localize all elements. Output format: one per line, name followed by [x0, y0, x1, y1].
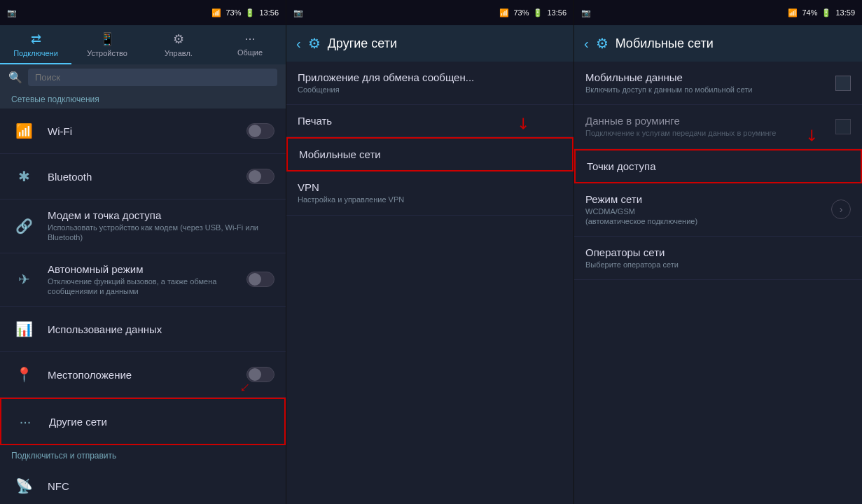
- battery-icon-3: 🔋: [821, 8, 831, 18]
- settings-item-data-usage[interactable]: 📊 Использование данных: [0, 307, 286, 352]
- airplane-toggle[interactable]: [246, 272, 274, 287]
- status-bar-2: 📷 📶 73% 🔋 13:56: [286, 0, 573, 25]
- tab-connections-label: Подключени: [13, 49, 58, 57]
- tab-device[interactable]: 📱 Устройство: [71, 25, 143, 64]
- panel-mobile-networks: 📷 📶 74% 🔋 13:59 ‹ ⚙ Мобильные сети Мобил…: [573, 0, 862, 504]
- modem-subtitle: Использовать устройство как модем (через…: [48, 223, 274, 243]
- time-3: 13:59: [835, 8, 855, 17]
- settings-item-network-mode[interactable]: Режим сети WCDMA/GSM(автоматическое подк…: [574, 183, 862, 237]
- mobile-data-title: Мобильные данные: [585, 71, 835, 83]
- tab-general-icon: ···: [244, 31, 255, 46]
- list-divider-connect: Подключиться и отправить: [0, 445, 286, 463]
- tab-device-icon: 📱: [99, 31, 115, 47]
- nfc-title: NFC: [48, 480, 274, 492]
- settings-gear-icon-2: ⚙: [308, 35, 321, 52]
- section-header-network: Сетевые подключения: [0, 90, 286, 108]
- signal-icon-2: 📶: [499, 8, 509, 18]
- signal-strength-2: 73%: [513, 8, 529, 17]
- data-roaming-title: Данные в роуминге: [585, 115, 835, 127]
- panel-connections: 📷 📶 73% 🔋 13:56 ⇄ Подключени 📱 Устройств…: [0, 0, 286, 504]
- settings-item-wifi[interactable]: 📶 Wi-Fi: [0, 108, 286, 154]
- data-roaming-checkbox[interactable]: [835, 119, 851, 134]
- tab-connections-icon: ⇄: [31, 31, 41, 47]
- location-title: Местоположение: [48, 369, 246, 381]
- status-left-icons-2: 📷: [293, 8, 303, 18]
- signal-icon-3: 📶: [788, 8, 798, 18]
- search-input[interactable]: [28, 69, 277, 86]
- page-title-3: Мобильные сети: [616, 36, 714, 51]
- data-usage-icon: 📊: [11, 316, 36, 342]
- mobile-data-checkbox[interactable]: [835, 76, 851, 91]
- settings-item-data-roaming[interactable]: Данные в роуминге Подключение к услугам …: [574, 105, 862, 148]
- battery-icon-1: 🔋: [245, 8, 255, 18]
- signal-icon-1: 📶: [211, 8, 221, 18]
- settings-item-mobile-networks[interactable]: Мобильные сети ↗: [286, 137, 573, 172]
- mobile-networks-title: Мобильные сети: [299, 148, 561, 160]
- tab-manage-icon: ⚙: [173, 31, 184, 47]
- messages-app-title: Приложение для обмена сообщен...: [298, 71, 562, 83]
- settings-item-network-operators[interactable]: Операторы сети Выберите оператора сети: [574, 237, 862, 280]
- network-operators-subtitle: Выберите оператора сети: [585, 260, 851, 270]
- settings-item-nfc[interactable]: 📡 NFC: [0, 463, 286, 504]
- battery-icon-2: 🔋: [533, 8, 543, 18]
- page-header-3: ‹ ⚙ Мобильные сети: [574, 25, 862, 62]
- modem-icon: 🔗: [11, 214, 36, 239]
- settings-item-access-points[interactable]: Точки доступа ↗: [574, 149, 862, 183]
- settings-item-other-networks[interactable]: ··· Другие сети ↓: [0, 398, 286, 445]
- other-networks-icon: ···: [13, 409, 38, 434]
- search-icon: 🔍: [8, 71, 22, 84]
- mobile-data-subtitle: Включить доступ к данным по мобильной се…: [585, 85, 835, 94]
- network-mode-chevron: ›: [831, 200, 851, 219]
- settings-item-vpn[interactable]: VPN Настройка и управление VPN: [286, 172, 573, 215]
- back-button-2[interactable]: ‹: [296, 36, 301, 52]
- status-bar-1: 📷 📶 73% 🔋 13:56: [0, 0, 286, 25]
- settings-item-airplane[interactable]: ✈ Автономный режим Отключение функций вы…: [0, 253, 286, 307]
- tab-manage-label: Управл.: [165, 49, 193, 57]
- wifi-title: Wi-Fi: [48, 125, 246, 137]
- status-left-icons-1: 📷: [7, 8, 17, 18]
- settings-gear-icon-3: ⚙: [596, 35, 609, 52]
- bluetooth-icon: ✱: [11, 164, 36, 189]
- network-mode-subtitle: WCDMA/GSM(автоматическое подключение): [585, 206, 831, 227]
- nfc-icon: 📡: [11, 473, 36, 498]
- network-operators-title: Операторы сети: [585, 246, 851, 258]
- page-header-2: ‹ ⚙ Другие сети: [286, 25, 573, 62]
- signal-strength-3: 74%: [802, 8, 817, 17]
- modem-title: Модем и точка доступа: [48, 209, 274, 221]
- messages-app-subtitle: Сообщения: [298, 85, 562, 94]
- settings-list-2: Приложение для обмена сообщен... Сообщен…: [286, 62, 573, 504]
- wifi-icon: 📶: [11, 118, 36, 144]
- network-mode-title: Режим сети: [585, 193, 831, 205]
- data-usage-title: Использование данных: [48, 323, 274, 335]
- time-2: 13:56: [547, 8, 566, 17]
- tab-bar-1: ⇄ Подключени 📱 Устройство ⚙ Управл. ··· …: [0, 25, 286, 64]
- back-button-3[interactable]: ‹: [584, 36, 589, 52]
- location-icon: 📍: [11, 362, 36, 387]
- page-title-2: Другие сети: [328, 36, 397, 51]
- status-bar-3: 📷 📶 74% 🔋 13:59: [574, 0, 862, 25]
- bluetooth-toggle[interactable]: [246, 169, 274, 184]
- data-roaming-subtitle: Подключение к услугам передачи данных в …: [585, 128, 835, 138]
- access-points-title: Точки доступа: [587, 160, 849, 172]
- settings-list-3: Мобильные данные Включить доступ к данны…: [574, 62, 862, 504]
- airplane-title: Автономный режим: [48, 263, 246, 275]
- settings-list-1: 📶 Wi-Fi ✱ Bluetooth 🔗 Модем и точка дост…: [0, 108, 286, 504]
- other-networks-title: Другие сети: [49, 416, 273, 428]
- airplane-subtitle: Отключение функций вызовов, а также обме…: [48, 276, 246, 297]
- wifi-toggle[interactable]: [246, 123, 274, 139]
- settings-item-modem[interactable]: 🔗 Модем и точка доступа Использовать уст…: [0, 200, 286, 253]
- status-left-icons-3: 📷: [581, 8, 591, 18]
- vpn-title: VPN: [298, 181, 562, 193]
- time-1: 13:56: [259, 8, 279, 17]
- settings-item-bluetooth[interactable]: ✱ Bluetooth: [0, 154, 286, 200]
- tab-general[interactable]: ··· Общие: [214, 25, 286, 64]
- tab-manage[interactable]: ⚙ Управл.: [143, 25, 214, 64]
- settings-item-messages-app[interactable]: Приложение для обмена сообщен... Сообщен…: [286, 62, 573, 105]
- bluetooth-title: Bluetooth: [48, 171, 246, 183]
- tab-device-label: Устройство: [87, 49, 127, 57]
- vpn-subtitle: Настройка и управление VPN: [298, 195, 562, 204]
- tab-general-label: Общие: [237, 48, 263, 57]
- settings-item-mobile-data[interactable]: Мобильные данные Включить доступ к данны…: [574, 62, 862, 105]
- tab-connections[interactable]: ⇄ Подключени: [0, 25, 71, 64]
- signal-strength-1: 73%: [225, 8, 241, 17]
